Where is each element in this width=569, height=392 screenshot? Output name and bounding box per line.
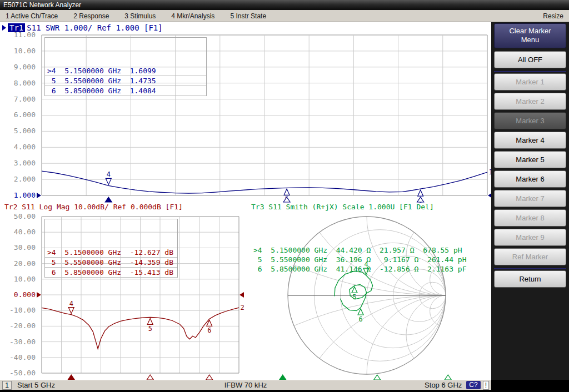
window-title: E5071C Network Analyzer bbox=[3, 1, 81, 9]
correction-status-badge: C? bbox=[466, 381, 480, 389]
ifbw-readout: IFBW 70 kHz bbox=[224, 381, 267, 389]
svg-text:5: 5 bbox=[352, 293, 356, 301]
bottom-strip bbox=[0, 390, 569, 392]
svg-text:6: 6 bbox=[207, 326, 211, 334]
softkey-button[interactable]: Marker 6 bbox=[494, 170, 566, 188]
y-axis-tick-label: 3.000 bbox=[0, 159, 38, 168]
y-axis-tick-label: -40.00 bbox=[0, 353, 38, 362]
marker-readout-row: 6 5.8500000 GHz -15.413 dB bbox=[45, 268, 177, 278]
y-axis-tick-label: 30.00 bbox=[0, 243, 38, 252]
menu-items: 1 Active Ch/Trace2 Response3 Stimulus4 M… bbox=[6, 12, 266, 20]
y-axis-tick-label: 10.00 bbox=[0, 47, 38, 56]
marker-readout-row: 6 5.8500000 GHz 1.4084 bbox=[45, 86, 206, 96]
channel-number-box: 1 bbox=[2, 381, 12, 390]
stop-frequency: Stop 6 GHz bbox=[425, 381, 462, 389]
alert-indicator: ! bbox=[483, 381, 489, 390]
menu-item[interactable]: 3 Stimulus bbox=[124, 12, 156, 20]
svg-text:4: 4 bbox=[107, 170, 111, 178]
y-axis-tick-label: 10.00 bbox=[0, 275, 38, 284]
marker-readout-row: >4 5.1500000 GHz 44.420 Ω 21.957 Ω 678.5… bbox=[251, 245, 469, 255]
window-titlebar[interactable]: E5071C Network Analyzer bbox=[0, 0, 569, 10]
softkey-button[interactable]: Marker 1 bbox=[494, 73, 566, 91]
tr1-marker-readout: >4 5.1500000 GHz 1.6099 5 5.5500000 GHz … bbox=[44, 37, 207, 96]
softkey-button[interactable]: Ref Marker bbox=[494, 248, 566, 265]
y-axis-tick-label: 5.000 bbox=[0, 127, 38, 135]
tr2-header: Tr2 S11 Log Mag 10.00dB/ Ref 0.000dB [F1… bbox=[4, 203, 183, 211]
marker-readout-row: 5 5.5500000 GHz 1.4735 bbox=[45, 76, 206, 86]
softkey-button[interactable]: Return bbox=[494, 270, 566, 288]
svg-text:6: 6 bbox=[358, 315, 362, 323]
y-axis-tick-label: -50.00 bbox=[0, 369, 38, 378]
status-bar-filler bbox=[491, 380, 569, 390]
status-bar: 1 Start 5 GHz IFBW 70 kHz Stop 6 GHz C? … bbox=[0, 380, 491, 390]
menu-item[interactable]: 4 Mkr/Analysis bbox=[171, 12, 214, 20]
tr3-header: Tr3 S11 Smith (R+jX) Scale 1.000U [F1 De… bbox=[251, 203, 434, 211]
svg-text:4: 4 bbox=[69, 300, 73, 308]
y-axis-tick-label: 6.000 bbox=[0, 110, 38, 119]
y-axis-tick-label: 0.000 bbox=[0, 290, 38, 299]
y-axis-tick-label: 1.000 bbox=[0, 191, 38, 200]
softkey-button[interactable]: Marker 3 bbox=[494, 112, 566, 129]
softkey-button[interactable]: Marker 9 bbox=[494, 229, 566, 246]
y-axis-tick-label: 7.000 bbox=[0, 95, 38, 104]
y-axis-tick-label: 50.00 bbox=[0, 212, 38, 221]
softkey-button[interactable]: Marker 5 bbox=[494, 151, 566, 168]
menu-item[interactable]: 1 Active Ch/Trace bbox=[6, 12, 58, 20]
softkey-button[interactable]: Marker 4 bbox=[494, 132, 566, 149]
display-area: 45614562456 Tr1 S11 SWR 1.000/ Ref 1.000… bbox=[0, 22, 491, 380]
start-frequency: Start 5 GHz bbox=[17, 381, 55, 389]
marker-readout-row: 5 5.5500000 GHz -14.359 dB bbox=[45, 258, 177, 268]
marker-readout-row: 5 5.5500000 GHz 36.196 Ω 9.1167 Ω 261.44… bbox=[251, 255, 469, 264]
softkey-menu-title: Clear Marker Menu bbox=[494, 23, 566, 48]
softkey-button[interactable]: Marker 7 bbox=[494, 190, 566, 207]
analyzer-window: E5071C Network Analyzer 1 Active Ch/Trac… bbox=[0, 0, 569, 392]
marker-readout-row: >4 5.1500000 GHz -12.627 dB bbox=[45, 248, 177, 258]
softkey-button[interactable]: All OFF bbox=[494, 51, 566, 68]
tr3-header-text: Tr3 S11 Smith (R+jX) Scale 1.000U [F1 De… bbox=[251, 203, 434, 211]
softkey-sidebar: Clear Marker Menu All OFFMarker 1Marker … bbox=[491, 22, 569, 380]
y-axis-tick-label: 20.00 bbox=[0, 259, 38, 268]
y-axis-tick-label: 8.000 bbox=[0, 79, 38, 88]
menu-item[interactable]: 2 Response bbox=[73, 12, 109, 20]
svg-text:1: 1 bbox=[488, 168, 491, 176]
y-axis-tick-label: -10.00 bbox=[0, 306, 38, 315]
softkey-buttons: All OFFMarker 1Marker 2Marker 3Marker 4M… bbox=[494, 50, 566, 289]
tr2-marker-readout: >4 5.1500000 GHz -12.627 dB 5 5.5500000 … bbox=[44, 219, 178, 278]
y-axis-tick-label: 40.00 bbox=[0, 228, 38, 237]
svg-text:2: 2 bbox=[240, 304, 244, 311]
marker-readout-row: 6 5.8500000 GHz 41.146 Ω -12.856 Ω 2.116… bbox=[251, 264, 469, 274]
menu-bar: 1 Active Ch/Trace2 Response3 Stimulus4 M… bbox=[0, 10, 569, 22]
tr2-header-text: Tr2 S11 Log Mag 10.00dB/ Ref 0.000dB [F1… bbox=[4, 203, 183, 211]
marker-readout-row: >4 5.1500000 GHz 1.6099 bbox=[45, 66, 206, 76]
softkey-button[interactable]: Marker 8 bbox=[494, 209, 566, 227]
y-axis-tick-label: 4.000 bbox=[0, 143, 38, 152]
svg-text:5: 5 bbox=[148, 325, 152, 333]
resize-button[interactable]: Resize bbox=[543, 12, 563, 20]
y-axis-tick-label: 2.000 bbox=[0, 175, 38, 184]
softkey-button[interactable]: Marker 2 bbox=[494, 93, 566, 110]
y-axis-tick-label: -30.00 bbox=[0, 338, 38, 346]
softkey-menu-title-line1: Clear Marker bbox=[495, 27, 566, 36]
y-axis-tick-label: 11.00 bbox=[0, 31, 38, 39]
tr3-marker-readout: >4 5.1500000 GHz 44.420 Ω 21.957 Ω 678.5… bbox=[251, 217, 469, 274]
y-axis-tick-label: -20.00 bbox=[0, 321, 38, 330]
softkey-menu-title-line2: Menu bbox=[495, 36, 566, 44]
y-axis-tick-label: 9.000 bbox=[0, 63, 38, 72]
active-trace-arrow-icon bbox=[2, 25, 6, 31]
tr2-y-axis-ticks: 50.0040.0030.0020.0010.000.000-10.00-20.… bbox=[0, 212, 38, 378]
menu-item[interactable]: 5 Instr State bbox=[230, 12, 266, 20]
tr1-header-text: S11 SWR 1.000/ Ref 1.000 [F1] bbox=[27, 23, 162, 32]
tr1-y-axis-ticks: 11.0010.009.0008.0007.0006.0005.0004.000… bbox=[0, 31, 38, 200]
